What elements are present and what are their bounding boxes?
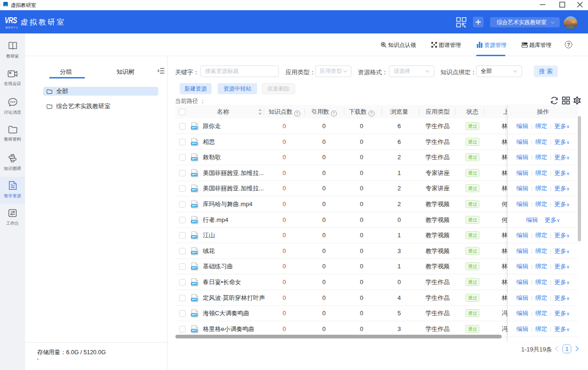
svg-text:MP4: MP4 [192, 204, 197, 207]
svg-text:MP4: MP4 [192, 142, 197, 145]
svg-text:MP4: MP4 [192, 189, 197, 192]
svg-text:MP4: MP4 [192, 220, 197, 223]
svg-text:MP4: MP4 [192, 282, 197, 285]
svg-text:W: W [4, 5, 7, 8]
svg-text:MP4: MP4 [192, 313, 197, 316]
svg-text:MP4: MP4 [192, 173, 197, 176]
svg-text:MP4: MP4 [192, 235, 197, 238]
svg-text:MP4: MP4 [192, 251, 197, 254]
svg-text:MP4: MP4 [192, 329, 197, 332]
svg-text:MP4: MP4 [192, 157, 197, 160]
svg-text:MP4: MP4 [192, 267, 197, 270]
svg-text:MP4: MP4 [192, 126, 197, 129]
svg-text:MP4: MP4 [192, 298, 197, 301]
